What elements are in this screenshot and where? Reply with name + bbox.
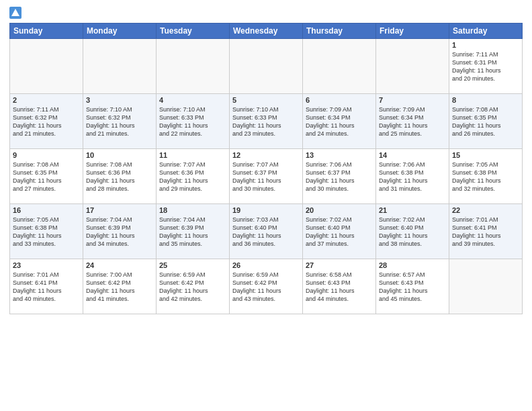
column-header-friday: Friday: [376, 24, 449, 39]
day-info: Sunrise: 7:07 AM Sunset: 6:37 PM Dayligh…: [232, 161, 300, 193]
day-info: Sunrise: 7:00 AM Sunset: 6:42 PM Dayligh…: [86, 271, 153, 304]
day-number: 1: [452, 41, 519, 49]
day-cell: 15Sunrise: 7:05 AM Sunset: 6:38 PM Dayli…: [449, 149, 523, 204]
day-number: 9: [13, 151, 80, 159]
day-number: 5: [232, 96, 300, 104]
day-info: Sunrise: 7:10 AM Sunset: 6:33 PM Dayligh…: [159, 105, 226, 138]
day-cell: [230, 39, 303, 94]
logo: [9, 7, 23, 19]
day-cell: [83, 39, 157, 94]
day-info: Sunrise: 7:06 AM Sunset: 6:37 PM Dayligh…: [306, 161, 373, 193]
logo-icon: [9, 7, 21, 19]
day-cell: 26Sunrise: 6:59 AM Sunset: 6:42 PM Dayli…: [230, 259, 303, 314]
day-info: Sunrise: 7:08 AM Sunset: 6:36 PM Dayligh…: [86, 161, 153, 193]
day-info: Sunrise: 7:05 AM Sunset: 6:38 PM Dayligh…: [13, 216, 80, 248]
day-cell: 6Sunrise: 7:09 AM Sunset: 6:34 PM Daylig…: [303, 94, 376, 149]
day-info: Sunrise: 7:01 AM Sunset: 6:41 PM Dayligh…: [452, 216, 519, 248]
day-number: 22: [452, 206, 519, 214]
day-cell: 20Sunrise: 7:02 AM Sunset: 6:40 PM Dayli…: [303, 204, 376, 259]
day-number: 15: [452, 151, 519, 159]
day-info: Sunrise: 7:11 AM Sunset: 6:32 PM Dayligh…: [13, 105, 80, 138]
day-cell: [376, 39, 449, 94]
day-cell: 23Sunrise: 7:01 AM Sunset: 6:41 PM Dayli…: [10, 259, 83, 314]
day-number: 25: [159, 261, 226, 269]
calendar-header-row: SundayMondayTuesdayWednesdayThursdayFrid…: [10, 24, 523, 39]
week-row-1: 1Sunrise: 7:11 AM Sunset: 6:31 PM Daylig…: [10, 39, 523, 94]
day-info: Sunrise: 6:59 AM Sunset: 6:42 PM Dayligh…: [232, 271, 300, 304]
column-header-monday: Monday: [83, 24, 157, 39]
day-cell: 16Sunrise: 7:05 AM Sunset: 6:38 PM Dayli…: [10, 204, 83, 259]
day-number: 19: [232, 206, 300, 214]
day-info: Sunrise: 7:07 AM Sunset: 6:36 PM Dayligh…: [159, 161, 226, 193]
day-cell: 11Sunrise: 7:07 AM Sunset: 6:36 PM Dayli…: [157, 149, 230, 204]
day-info: Sunrise: 7:04 AM Sunset: 6:39 PM Dayligh…: [159, 216, 226, 248]
day-cell: 3Sunrise: 7:10 AM Sunset: 6:32 PM Daylig…: [83, 94, 157, 149]
day-cell: [303, 39, 376, 94]
day-number: 20: [306, 206, 373, 214]
day-cell: 13Sunrise: 7:06 AM Sunset: 6:37 PM Dayli…: [303, 149, 376, 204]
day-cell: [10, 39, 83, 94]
day-number: 12: [232, 151, 300, 159]
day-info: Sunrise: 7:08 AM Sunset: 6:35 PM Dayligh…: [13, 161, 80, 193]
day-cell: 25Sunrise: 6:59 AM Sunset: 6:42 PM Dayli…: [157, 259, 230, 314]
day-number: 26: [232, 261, 300, 269]
column-header-thursday: Thursday: [303, 24, 376, 39]
week-row-5: 23Sunrise: 7:01 AM Sunset: 6:41 PM Dayli…: [10, 259, 523, 314]
calendar-page: SundayMondayTuesdayWednesdayThursdayFrid…: [0, 0, 532, 411]
day-number: 2: [13, 96, 80, 104]
day-number: 7: [379, 96, 446, 104]
week-row-3: 9Sunrise: 7:08 AM Sunset: 6:35 PM Daylig…: [10, 149, 523, 204]
column-header-saturday: Saturday: [449, 24, 523, 39]
day-cell: 1Sunrise: 7:11 AM Sunset: 6:31 PM Daylig…: [449, 39, 523, 94]
day-number: 3: [86, 96, 153, 104]
day-number: 27: [306, 261, 373, 269]
day-number: 4: [159, 96, 226, 104]
day-info: Sunrise: 7:11 AM Sunset: 6:31 PM Dayligh…: [452, 50, 519, 83]
day-cell: 2Sunrise: 7:11 AM Sunset: 6:32 PM Daylig…: [10, 94, 83, 149]
day-number: 11: [159, 151, 226, 159]
day-number: 28: [379, 261, 446, 269]
column-header-wednesday: Wednesday: [230, 24, 303, 39]
day-number: 8: [452, 96, 519, 104]
day-number: 21: [379, 206, 446, 214]
day-info: Sunrise: 7:09 AM Sunset: 6:34 PM Dayligh…: [306, 105, 373, 138]
day-cell: 7Sunrise: 7:09 AM Sunset: 6:34 PM Daylig…: [376, 94, 449, 149]
page-header: [9, 7, 523, 19]
day-info: Sunrise: 7:02 AM Sunset: 6:40 PM Dayligh…: [379, 216, 446, 248]
day-number: 23: [13, 261, 80, 269]
day-number: 18: [159, 206, 226, 214]
column-header-tuesday: Tuesday: [157, 24, 230, 39]
day-cell: 8Sunrise: 7:08 AM Sunset: 6:35 PM Daylig…: [449, 94, 523, 149]
day-cell: 9Sunrise: 7:08 AM Sunset: 6:35 PM Daylig…: [10, 149, 83, 204]
day-info: Sunrise: 7:08 AM Sunset: 6:35 PM Dayligh…: [452, 105, 519, 138]
day-cell: 27Sunrise: 6:58 AM Sunset: 6:43 PM Dayli…: [303, 259, 376, 314]
day-info: Sunrise: 7:02 AM Sunset: 6:40 PM Dayligh…: [306, 216, 373, 248]
day-cell: 19Sunrise: 7:03 AM Sunset: 6:40 PM Dayli…: [230, 204, 303, 259]
day-cell: [157, 39, 230, 94]
day-cell: [449, 259, 523, 314]
day-info: Sunrise: 7:04 AM Sunset: 6:39 PM Dayligh…: [86, 216, 153, 248]
day-number: 16: [13, 206, 80, 214]
calendar-table: SundayMondayTuesdayWednesdayThursdayFrid…: [9, 23, 523, 314]
day-number: 10: [86, 151, 153, 159]
day-cell: 17Sunrise: 7:04 AM Sunset: 6:39 PM Dayli…: [83, 204, 157, 259]
day-number: 13: [306, 151, 373, 159]
day-cell: 14Sunrise: 7:06 AM Sunset: 6:38 PM Dayli…: [376, 149, 449, 204]
day-cell: 22Sunrise: 7:01 AM Sunset: 6:41 PM Dayli…: [449, 204, 523, 259]
day-info: Sunrise: 7:01 AM Sunset: 6:41 PM Dayligh…: [13, 271, 80, 304]
day-number: 17: [86, 206, 153, 214]
day-cell: 4Sunrise: 7:10 AM Sunset: 6:33 PM Daylig…: [157, 94, 230, 149]
day-cell: 24Sunrise: 7:00 AM Sunset: 6:42 PM Dayli…: [83, 259, 157, 314]
day-info: Sunrise: 7:10 AM Sunset: 6:33 PM Dayligh…: [232, 105, 300, 138]
day-cell: 21Sunrise: 7:02 AM Sunset: 6:40 PM Dayli…: [376, 204, 449, 259]
day-info: Sunrise: 7:06 AM Sunset: 6:38 PM Dayligh…: [379, 161, 446, 193]
day-info: Sunrise: 6:57 AM Sunset: 6:43 PM Dayligh…: [379, 271, 446, 304]
day-number: 24: [86, 261, 153, 269]
column-header-sunday: Sunday: [10, 24, 83, 39]
day-cell: 12Sunrise: 7:07 AM Sunset: 6:37 PM Dayli…: [230, 149, 303, 204]
day-info: Sunrise: 7:03 AM Sunset: 6:40 PM Dayligh…: [232, 216, 300, 248]
day-info: Sunrise: 7:05 AM Sunset: 6:38 PM Dayligh…: [452, 161, 519, 193]
day-info: Sunrise: 6:59 AM Sunset: 6:42 PM Dayligh…: [159, 271, 226, 304]
day-cell: 18Sunrise: 7:04 AM Sunset: 6:39 PM Dayli…: [157, 204, 230, 259]
day-info: Sunrise: 7:10 AM Sunset: 6:32 PM Dayligh…: [86, 105, 153, 138]
